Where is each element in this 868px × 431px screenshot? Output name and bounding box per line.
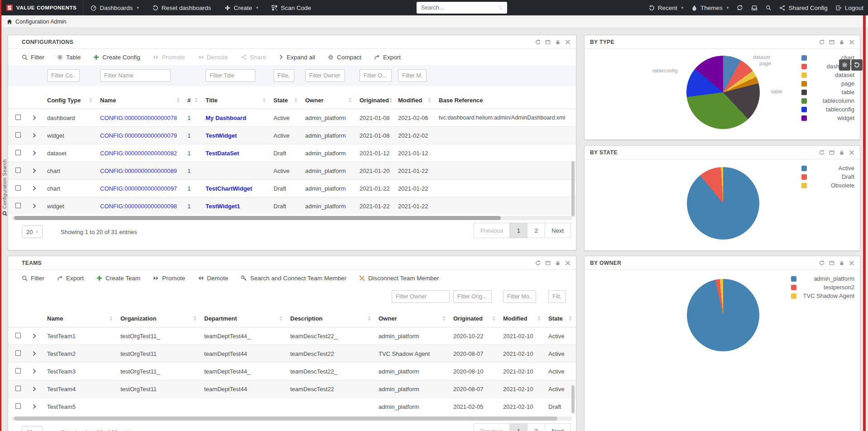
scrollbar-thumb[interactable] xyxy=(14,216,501,220)
sort-icon[interactable] xyxy=(427,97,432,103)
refresh-icon[interactable] xyxy=(819,39,825,45)
sync-icon[interactable] xyxy=(737,5,743,11)
expand-row-icon[interactable] xyxy=(32,133,37,138)
row-checkbox[interactable] xyxy=(15,403,21,409)
column-header-originated[interactable]: Originated xyxy=(450,315,499,322)
legend-item[interactable]: Obsolete xyxy=(801,182,854,189)
expand-row-icon[interactable] xyxy=(32,115,37,120)
widget-settings-button[interactable] xyxy=(839,59,850,71)
table-row[interactable]: chart CONFIG:0000000000000097 1 TestChar… xyxy=(8,179,576,197)
table-row[interactable]: dashboard CONFIG:0000000000000078 1 My D… xyxy=(8,109,576,126)
lock-icon[interactable] xyxy=(555,39,561,45)
maximize-icon[interactable] xyxy=(829,39,834,45)
legend-item[interactable]: testperson2 xyxy=(791,284,854,291)
table-row[interactable]: TestTeam5 admin_platform 2021-02-05 2021… xyxy=(8,397,576,415)
column-header-name[interactable]: Name xyxy=(96,97,184,104)
by-state-pie[interactable] xyxy=(687,167,759,239)
sort-icon[interactable] xyxy=(367,316,371,321)
compact-button[interactable]: Compact xyxy=(328,54,361,61)
row-checkbox[interactable] xyxy=(15,132,21,138)
column-header-num[interactable]: # xyxy=(184,97,202,104)
legend-item[interactable]: tablecolumn xyxy=(801,97,854,104)
filter-originated-input[interactable] xyxy=(453,290,492,303)
legend-item[interactable]: widget xyxy=(801,115,854,121)
column-header-owner[interactable]: Owner xyxy=(302,97,356,104)
legend-item[interactable]: tableconfig xyxy=(801,106,854,113)
lock-icon[interactable] xyxy=(839,150,844,155)
inbox-icon[interactable] xyxy=(751,5,758,11)
sort-icon[interactable] xyxy=(89,97,93,103)
nav-item-recent[interactable]: Recent ▾ xyxy=(649,5,683,11)
legend-item[interactable]: table xyxy=(801,89,854,96)
legend-item[interactable]: dataset xyxy=(801,72,854,78)
nav-item-reset-dashboards[interactable]: Reset dashboards xyxy=(153,5,211,11)
legend-item[interactable]: Draft xyxy=(801,173,854,180)
column-header-description[interactable]: Description xyxy=(287,315,375,322)
nav-item-scan-code[interactable]: Scan Code xyxy=(272,5,311,11)
filter-originated-input[interactable] xyxy=(360,69,392,82)
sort-icon[interactable] xyxy=(194,97,198,103)
export-button[interactable]: Export xyxy=(374,54,401,61)
config-title-link[interactable]: TestChartWidget xyxy=(206,185,252,192)
sort-icon[interactable] xyxy=(389,97,393,103)
filter-owner-input[interactable] xyxy=(392,290,450,303)
row-checkbox[interactable] xyxy=(15,185,21,191)
table-row[interactable]: TestTeam3 testOrgTest11_ teamDeptTest44_… xyxy=(8,362,576,380)
table-row[interactable]: TestTeam4 testOrgTest11 teamDeptTest44 t… xyxy=(8,380,576,397)
close-icon[interactable] xyxy=(565,39,571,45)
config-title-link[interactable]: TestDataSet xyxy=(206,150,239,157)
next-page-button[interactable]: Next xyxy=(545,223,571,238)
refresh-icon[interactable] xyxy=(819,260,825,266)
create-team-button[interactable]: Create Team xyxy=(96,275,140,282)
connect-team-member-button[interactable]: Search and Connect Team Member xyxy=(241,275,346,282)
table-button[interactable]: Table xyxy=(57,54,81,61)
close-icon[interactable] xyxy=(849,39,854,45)
filter-state-input[interactable] xyxy=(273,69,294,82)
table-row[interactable]: dataset CONFIG:0000000000000082 1 TestDa… xyxy=(8,144,576,162)
column-header-title[interactable]: Title xyxy=(202,97,270,104)
expand-row-icon[interactable] xyxy=(32,334,37,338)
disconnect-team-member-button[interactable]: Disconnect Team Member xyxy=(359,275,439,282)
column-header-name[interactable]: Name xyxy=(43,315,117,322)
nav-item-create[interactable]: Create ▾ xyxy=(225,5,258,11)
expand-all-button[interactable]: Expand all xyxy=(279,54,315,61)
column-header-modified[interactable]: Modified xyxy=(499,315,545,322)
search-icon[interactable] xyxy=(498,5,504,10)
maximize-icon[interactable] xyxy=(829,260,834,266)
previous-page-button[interactable]: Previous xyxy=(474,223,510,238)
sort-icon[interactable] xyxy=(442,316,446,321)
row-checkbox[interactable] xyxy=(15,368,21,374)
by-owner-pie[interactable] xyxy=(687,279,759,351)
maximize-icon[interactable] xyxy=(545,39,551,45)
config-title-link[interactable]: My Dashboard xyxy=(206,115,246,121)
sort-icon[interactable] xyxy=(262,97,266,103)
config-title-link[interactable]: TestWidget xyxy=(206,132,237,139)
column-header-organization[interactable]: Organization xyxy=(117,315,201,322)
column-header-owner[interactable]: Owner xyxy=(375,315,450,322)
column-header-state[interactable]: State xyxy=(545,315,576,322)
previous-page-button[interactable]: Previous xyxy=(474,423,510,431)
legend-item[interactable]: TVC Shadow Agent xyxy=(791,292,854,299)
filter-modified-input[interactable] xyxy=(398,69,427,82)
config-id-link[interactable]: CONFIG:0000000000000089 xyxy=(100,168,177,174)
expand-row-icon[interactable] xyxy=(32,186,37,191)
share-button[interactable]: Share xyxy=(241,54,266,61)
filter-state-input[interactable] xyxy=(548,290,566,303)
create-config-button[interactable]: Create Config xyxy=(93,54,140,61)
filter-name-input[interactable] xyxy=(100,69,171,82)
filter-modified-input[interactable] xyxy=(503,290,536,303)
search-icon[interactable] xyxy=(766,5,771,10)
filter-title-input[interactable] xyxy=(206,69,255,82)
close-icon[interactable] xyxy=(565,260,571,266)
table-row[interactable]: TestTeam2 testOrgTest11 teamDeptTest44 t… xyxy=(8,345,576,362)
expand-row-icon[interactable] xyxy=(32,151,37,155)
table-row[interactable]: TestTeam1 testOrgTest11_ teamDeptTest44_… xyxy=(8,327,576,345)
refresh-icon[interactable] xyxy=(819,150,825,155)
column-header-state[interactable]: State xyxy=(270,97,302,104)
legend-item[interactable]: page xyxy=(801,80,854,87)
lock-icon[interactable] xyxy=(839,39,844,45)
table-row[interactable]: widget CONFIG:0000000000000079 1 TestWid… xyxy=(8,126,576,144)
demote-button[interactable]: Demote xyxy=(198,275,228,282)
scrollbar-thumb[interactable] xyxy=(14,417,557,421)
next-page-button[interactable]: Next xyxy=(545,423,571,431)
